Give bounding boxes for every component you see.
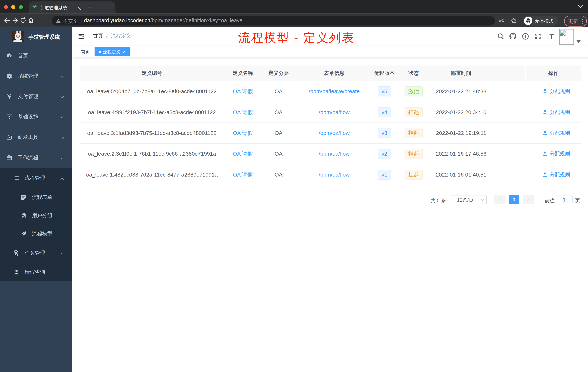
svg-text:?: ? (524, 34, 526, 39)
